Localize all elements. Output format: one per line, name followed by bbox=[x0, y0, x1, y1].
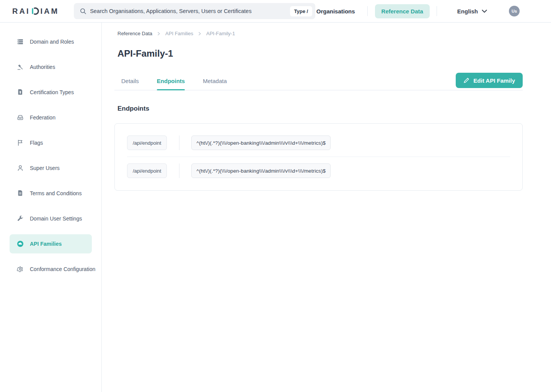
sidebar-item-label: Terms and Conditions bbox=[30, 190, 82, 196]
pencil-icon bbox=[463, 77, 469, 83]
sidebar-item-domain-and-roles[interactable]: Domain and Roles bbox=[10, 32, 92, 51]
flag-icon bbox=[17, 139, 24, 146]
chevron-down-icon bbox=[482, 10, 487, 13]
sidebar-item-label: Flags bbox=[30, 140, 43, 146]
breadcrumb-chevron-icon bbox=[157, 32, 160, 36]
header-nav: Organisations Reference Data English Us bbox=[316, 4, 551, 18]
sidebar-item-label: Domain User Settings bbox=[30, 216, 82, 222]
certificate-icon bbox=[17, 89, 24, 96]
row-divider bbox=[127, 157, 510, 157]
language-label: English bbox=[457, 8, 478, 15]
breadcrumb-api-families[interactable]: API Families bbox=[165, 31, 193, 36]
breadcrumb-reference-data[interactable]: Reference Data bbox=[117, 31, 152, 36]
sidebar-item-terms-and-conditions[interactable]: Terms and Conditions bbox=[10, 184, 92, 203]
endpoint-divider bbox=[179, 163, 179, 178]
logo-d-glyph bbox=[31, 7, 39, 15]
sidebar-item-domain-user-settings[interactable]: Domain User Settings bbox=[10, 209, 92, 228]
edit-api-family-button[interactable]: Edit API Family bbox=[456, 73, 523, 88]
sidebar-item-label: Domain and Roles bbox=[30, 39, 74, 45]
raidiam-logo: RAI IAM bbox=[12, 7, 59, 16]
gavel-icon bbox=[17, 64, 24, 70]
sidebar: Domain and Roles Authorities Certificati… bbox=[0, 23, 102, 392]
search-shortcut-hint: Type / bbox=[290, 6, 313, 16]
sidebar-item-federation[interactable]: Federation bbox=[10, 108, 92, 127]
tab-endpoints[interactable]: Endpoints bbox=[157, 75, 185, 90]
endpoint-regex-value: ^(ht\/)(.*?)(\\\/open-banking\\\/admin\\… bbox=[191, 163, 331, 178]
server-stack-icon bbox=[17, 38, 24, 45]
endpoints-card: /api/endpoint ^(ht\/)(.*?)(\\\/open-bank… bbox=[114, 123, 523, 191]
sidebar-item-api-families[interactable]: API Families bbox=[10, 234, 92, 253]
sidebar-item-label: Federation bbox=[30, 114, 55, 121]
endpoint-divider bbox=[179, 136, 179, 150]
wrench-icon bbox=[17, 215, 24, 222]
sidebar-item-label: API Families bbox=[30, 241, 62, 247]
endpoint-row: /api/endpoint ^(ht\/)(.*?)(\\\/open-bank… bbox=[127, 136, 510, 150]
sidebar-item-label: Super Users bbox=[30, 165, 60, 171]
tab-metadata[interactable]: Metadata bbox=[203, 75, 227, 90]
nav-divider bbox=[367, 6, 368, 16]
edit-api-family-label: Edit API Family bbox=[473, 77, 515, 84]
page-title: API-Family-1 bbox=[117, 48, 173, 59]
document-icon bbox=[17, 190, 24, 197]
sidebar-item-label: Authorities bbox=[30, 64, 55, 70]
gear-icon bbox=[17, 266, 24, 273]
nav-reference-data[interactable]: Reference Data bbox=[375, 4, 430, 18]
endpoint-path-chip: /api/endpoint bbox=[127, 136, 167, 150]
title-row: API-Family-1 bbox=[117, 48, 523, 59]
sidebar-item-flags[interactable]: Flags bbox=[10, 133, 92, 152]
language-selector[interactable]: English bbox=[457, 8, 487, 15]
endpoint-path-chip: /api/endpoint bbox=[127, 163, 167, 178]
sidebar-item-label: Conformance Configuration bbox=[30, 266, 95, 272]
sidebar-item-certification-types[interactable]: Certification Types bbox=[10, 83, 92, 102]
endpoint-row: /api/endpoint ^(ht\/)(.*?)(\\\/open-bank… bbox=[127, 163, 510, 178]
sidebar-item-super-users[interactable]: Super Users bbox=[10, 158, 92, 178]
logo-text-right: IAM bbox=[40, 7, 59, 16]
sidebar-item-label: Certification Types bbox=[30, 89, 74, 95]
search-input[interactable] bbox=[90, 8, 290, 14]
breadcrumb-chevron-icon bbox=[198, 32, 201, 36]
breadcrumb: Reference Data API Families API-Family-1 bbox=[117, 31, 523, 36]
nav-organisations[interactable]: Organisations bbox=[316, 8, 355, 15]
user-icon bbox=[17, 165, 24, 172]
sidebar-item-conformance-configuration[interactable]: Conformance Configuration bbox=[10, 260, 92, 279]
logo-text-left: RAI bbox=[12, 7, 30, 16]
nav-divider bbox=[437, 6, 437, 16]
top-bar: RAI IAM Type / Organisations Reference D… bbox=[0, 0, 551, 23]
main-content: Reference Data API Families API-Family-1… bbox=[102, 23, 551, 392]
sidebar-item-authorities[interactable]: Authorities bbox=[10, 57, 92, 77]
cloud-circle-icon bbox=[17, 240, 24, 247]
user-avatar[interactable]: Us bbox=[509, 6, 520, 16]
endpoint-regex-value: ^(ht\/)(.*?)(\\\/open-banking\\\/admin\\… bbox=[191, 136, 331, 150]
tab-details[interactable]: Details bbox=[121, 75, 139, 90]
global-search[interactable]: Type / bbox=[74, 3, 315, 19]
breadcrumb-current-page: API-Family-1 bbox=[206, 31, 235, 36]
endpoints-section-title: Endpoints bbox=[117, 105, 523, 113]
search-icon bbox=[80, 8, 86, 15]
drive-icon bbox=[17, 114, 24, 121]
